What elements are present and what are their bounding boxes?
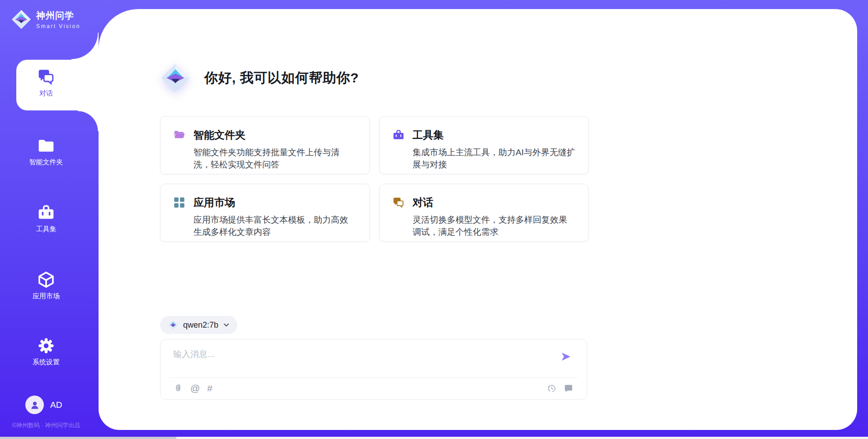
sidebar-item-label: 工具集 [0,225,92,234]
horizontal-scrollbar [0,437,868,439]
user-name: AD [50,400,62,410]
folder-open-icon [173,129,185,141]
greeting-title: 你好, 我可以如何帮助你? [204,69,359,87]
send-icon[interactable] [561,351,571,362]
greeting-block: 你好, 我可以如何帮助你? [160,62,359,93]
copyright-text: ©神州数码 · 神州问学出品 [0,421,92,429]
history-icon[interactable] [547,383,557,393]
sidebar-item-label: 系统设置 [0,358,92,367]
card-description: 灵活切换多模型文件，支持多样回复效果调试，满足个性化需求 [413,214,576,239]
sidebar-item-toolset[interactable]: 工具集 [0,204,92,234]
horizontal-scrollbar-thumb[interactable] [0,437,176,439]
card-app-market[interactable]: 应用市场 应用市场提供丰富长文本模板，助力高效生成多样化文章内容 [160,184,370,242]
card-title: 工具集 [413,128,576,142]
cube-icon [37,271,55,289]
card-description: 应用市场提供丰富长文本模板，助力高效生成多样化文章内容 [193,214,357,239]
brand-logo: 神州问学 Smart Vision [11,9,80,30]
card-toolset[interactable]: 工具集 集成市场上主流工具，助力AI与外界无缝扩展与对接 [379,116,589,174]
composer: 输入消息... @ # [160,339,587,400]
assistant-diamond-icon [160,62,191,93]
person-icon [29,400,40,410]
card-title: 智能文件夹 [193,128,357,142]
sidebar-item-label: 应用市场 [0,292,92,301]
model-name: qwen2:7b [183,320,218,330]
sidebar-item-app-market[interactable]: 应用市场 [0,271,92,301]
grid-icon [173,196,185,209]
gear-icon [37,337,55,355]
attachment-icon[interactable] [173,383,183,393]
card-description: 集成市场上主流工具，助力AI与外界无缝扩展与对接 [413,147,576,171]
mention-icon[interactable]: @ [190,383,200,393]
chevron-down-icon [223,323,229,327]
avatar [25,396,44,414]
toolbox-icon [37,204,55,222]
sidebar: 神州问学 Smart Vision 对话 智能文件夹 工具集 [0,0,99,439]
composer-divider [170,377,578,378]
brand-subtitle: Smart Vision [36,23,80,29]
composer-tools-right [547,383,573,393]
sidebar-item-settings[interactable]: 系统设置 [0,337,92,367]
card-chat[interactable]: 对话 灵活切换多模型文件，支持多样回复效果调试，满足个性化需求 [379,184,589,242]
sidebar-item-label: 智能文件夹 [0,158,92,167]
chat-bubbles-icon [392,196,405,209]
brand-name: 神州问学 [36,10,80,22]
card-title: 对话 [413,196,576,210]
sidebar-item-label: 对话 [0,89,92,98]
card-smart-folder[interactable]: 智能文件夹 智能文件夹功能支持批量文件上传与清洗，轻松实现文件问答 [160,116,370,174]
sidebar-item-chat[interactable]: 对话 [0,68,92,98]
composer-tools-left: @ # [173,383,212,393]
card-title: 应用市场 [193,196,357,210]
brand-diamond-icon [11,9,32,30]
feature-cards: 智能文件夹 智能文件夹功能支持批量文件上传与清洗，轻松实现文件问答 工具集 集成… [160,116,589,242]
hashtag-icon[interactable]: # [207,383,212,393]
chat-icon [37,68,55,86]
message-input[interactable]: 输入消息... [173,348,215,360]
sidebar-item-smart-folder[interactable]: 智能文件夹 [0,137,92,167]
card-description: 智能文件夹功能支持批量文件上传与清洗，轻松实现文件问答 [193,147,357,171]
briefcase-icon [392,129,405,141]
model-selector[interactable]: qwen2:7b [160,316,237,334]
model-diamond-icon [168,320,178,330]
user-account[interactable]: AD [25,396,62,414]
folder-icon [37,137,55,155]
chat-bubble-icon[interactable] [563,383,573,393]
